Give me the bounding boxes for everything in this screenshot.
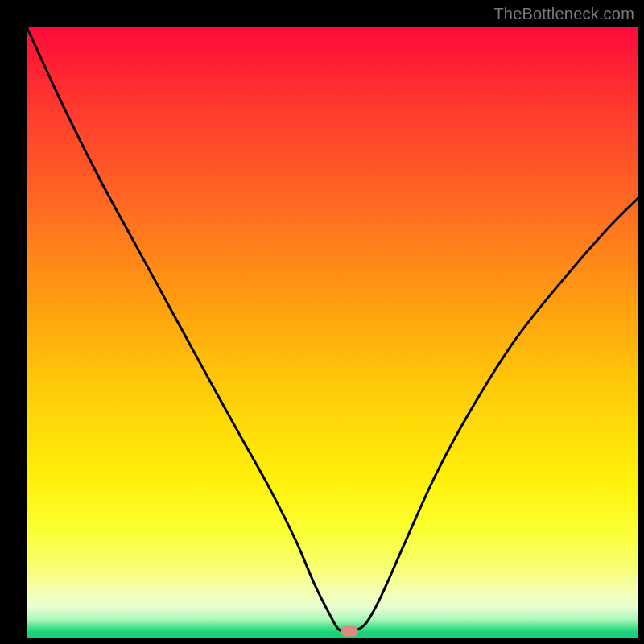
chart-frame: TheBottleneck.com (0, 0, 644, 644)
min-marker (341, 625, 358, 636)
bottleneck-curve (27, 27, 638, 632)
watermark-text: TheBottleneck.com (493, 5, 634, 23)
plot-area (27, 27, 638, 638)
curve-svg (27, 27, 638, 638)
